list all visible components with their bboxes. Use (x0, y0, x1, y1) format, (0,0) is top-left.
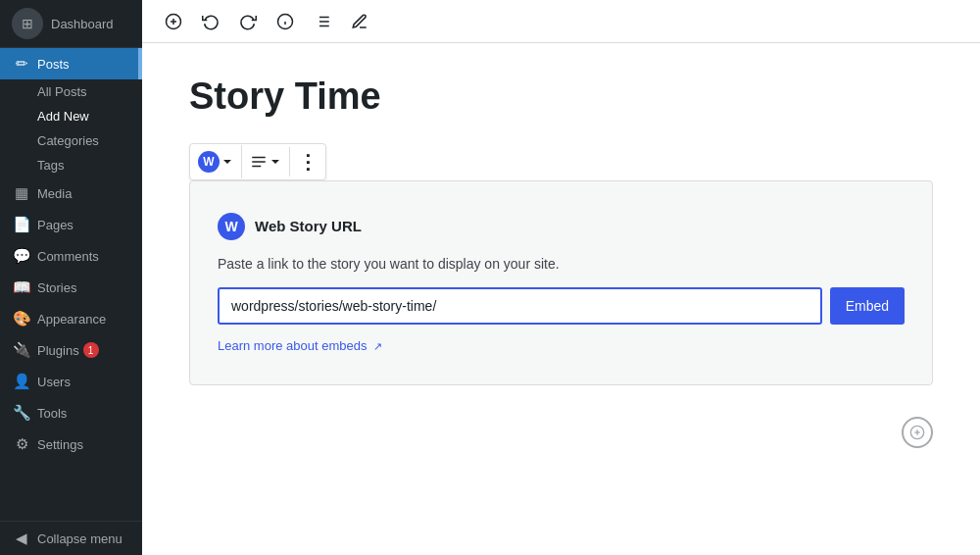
tags-label: Tags (37, 158, 64, 173)
dashboard-link[interactable]: Dashboard (51, 17, 114, 31)
sidebar-item-comments[interactable]: 💬 Comments (0, 240, 142, 272)
tools-label: Tools (37, 406, 67, 421)
sidebar-logo[interactable]: ⊞ Dashboard (0, 0, 142, 48)
toolbar (142, 0, 980, 43)
add-block-below-button[interactable] (902, 417, 933, 448)
users-icon: 👤 (12, 373, 31, 390)
plugins-label: Plugins (37, 343, 79, 358)
embed-block-icon: W (218, 213, 245, 240)
embed-block: W Web Story URL Paste a link to the stor… (189, 180, 933, 385)
wp-logo-icon: ⊞ (12, 8, 43, 39)
media-label: Media (37, 186, 72, 201)
embed-block-header: W Web Story URL (218, 213, 905, 240)
sidebar-item-settings[interactable]: ⚙ Settings (0, 429, 142, 460)
redo-button[interactable] (232, 6, 264, 37)
posts-label: Posts (37, 57, 70, 72)
embed-block-title: Web Story URL (255, 218, 362, 234)
tools-icon: 🔧 (12, 404, 31, 422)
sidebar-item-tags[interactable]: Tags (0, 153, 142, 177)
sidebar-item-add-new[interactable]: Add New (0, 104, 142, 128)
sidebar-item-categories[interactable]: Categories (0, 128, 142, 153)
undo-button[interactable] (195, 6, 226, 37)
embed-learn-more: Learn more about embeds ↗ (218, 338, 905, 353)
pages-label: Pages (37, 218, 74, 232)
sidebar-item-pages[interactable]: 📄 Pages (0, 209, 142, 240)
media-icon: ▦ (12, 184, 31, 202)
comments-icon: 💬 (12, 247, 31, 265)
settings-icon: ⚙ (12, 435, 31, 453)
categories-label: Categories (37, 133, 99, 148)
appearance-icon: 🎨 (12, 310, 31, 328)
stories-icon: 📖 (12, 278, 31, 296)
sidebar-item-media[interactable]: ▦ Media (0, 177, 142, 209)
embed-url-input[interactable] (218, 287, 822, 325)
pages-icon: 📄 (12, 216, 31, 233)
learn-more-link[interactable]: Learn more about embeds ↗ (218, 338, 382, 353)
comments-label: Comments (37, 249, 99, 264)
block-align-button[interactable] (242, 147, 290, 177)
embed-block-description: Paste a link to the story you want to di… (218, 256, 905, 272)
add-new-label: Add New (37, 109, 89, 124)
block-toolbar: W ⋮ (189, 143, 326, 180)
sidebar-item-tools[interactable]: 🔧 Tools (0, 397, 142, 429)
external-link-icon: ↗ (373, 340, 382, 352)
embed-input-row: Embed (218, 287, 905, 325)
add-block-button[interactable] (158, 6, 189, 37)
sidebar-item-posts[interactable]: ✏ Posts (0, 48, 142, 79)
sidebar-item-users[interactable]: 👤 Users (0, 366, 142, 397)
sidebar-item-all-posts[interactable]: All Posts (0, 79, 142, 104)
collapse-menu-button[interactable]: ◀ Collapse menu (0, 521, 142, 555)
details-button[interactable] (270, 6, 301, 37)
block-type-icon: W (198, 151, 220, 173)
collapse-icon: ◀ (12, 530, 31, 547)
sidebar: ⊞ Dashboard ✏ Posts All Posts Add New Ca… (0, 0, 142, 555)
sidebar-item-stories[interactable]: 📖 Stories (0, 272, 142, 303)
collapse-label: Collapse menu (37, 531, 122, 546)
sidebar-item-plugins[interactable]: 🔌 Plugins 1 (0, 334, 142, 366)
list-view-button[interactable] (307, 6, 338, 37)
sidebar-item-appearance[interactable]: 🎨 Appearance (0, 303, 142, 334)
post-title[interactable]: Story Time (189, 75, 933, 120)
plugins-icon: 🔌 (12, 341, 31, 359)
block-more-button[interactable]: ⋮ (290, 144, 325, 179)
posts-icon: ✏ (12, 55, 31, 73)
appearance-label: Appearance (37, 312, 106, 327)
all-posts-label: All Posts (37, 84, 87, 99)
main-area: Story Time W ⋮ W Web Story URL Paste a l… (142, 0, 980, 555)
users-label: Users (37, 375, 71, 389)
settings-label: Settings (37, 437, 83, 452)
tools-button[interactable] (344, 6, 375, 37)
block-type-button[interactable]: W (190, 145, 242, 178)
stories-label: Stories (37, 280, 76, 295)
embed-button[interactable]: Embed (830, 287, 905, 325)
plugins-badge: 1 (83, 342, 99, 358)
editor-area: Story Time W ⋮ W Web Story URL Paste a l… (142, 43, 980, 555)
